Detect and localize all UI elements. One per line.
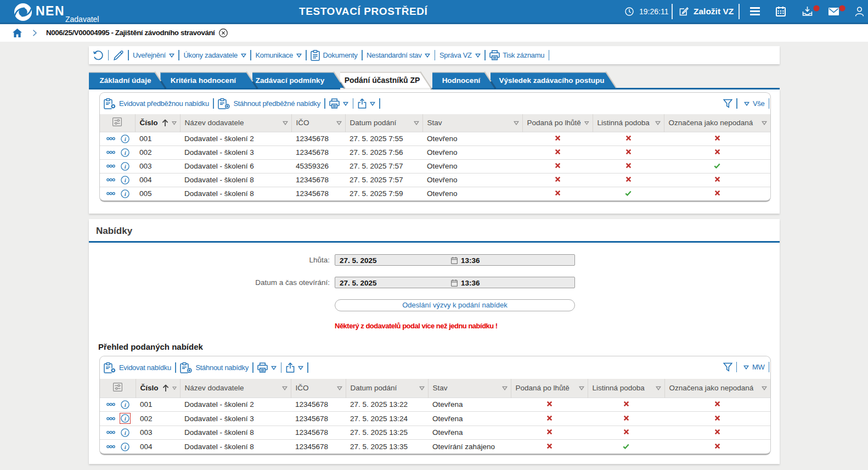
svg-text:i: i <box>125 149 127 155</box>
svg-text:Podání účastníků ZP: Podání účastníků ZP <box>345 76 420 85</box>
svg-text:i: i <box>125 176 127 183</box>
svg-text:i: i <box>125 415 127 422</box>
svg-text:i: i <box>125 190 127 197</box>
svg-text:i: i <box>125 135 127 142</box>
svg-text:i: i <box>125 163 127 169</box>
svg-text:Zadávací podmínky: Zadávací podmínky <box>256 76 325 85</box>
svg-text:Hodnocení: Hodnocení <box>442 76 481 85</box>
svg-text:Výsledek zadávacího postupu: Výsledek zadávacího postupu <box>499 76 604 85</box>
svg-text:i: i <box>125 443 127 450</box>
svg-text:Kritéria hodnocení: Kritéria hodnocení <box>171 76 237 85</box>
svg-text:i: i <box>125 401 127 407</box>
svg-text:i: i <box>125 429 127 435</box>
svg-text:Základní údaje: Základní údaje <box>100 76 151 85</box>
